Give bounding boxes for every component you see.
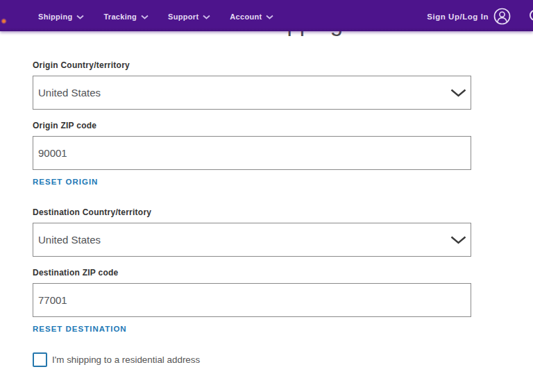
destination-zip-label: Destination ZIP code: [33, 268, 471, 278]
chevron-down-icon: [266, 15, 273, 19]
origin-section: Origin Country/territory United States O…: [33, 60, 471, 187]
residential-address-row: I'm shipping to a residential address: [33, 352, 471, 367]
nav-item-shipping[interactable]: Shipping: [38, 11, 84, 21]
origin-country-select[interactable]: United States: [33, 76, 471, 110]
nav-item-label: Support: [168, 12, 198, 21]
origin-country-field: United States: [33, 76, 471, 110]
nav-item-account[interactable]: Account: [230, 11, 273, 21]
origin-zip-label: Origin ZIP code: [33, 121, 471, 130]
sign-up-log-in-link[interactable]: Sign Up/Log In: [427, 12, 489, 21]
reset-destination-link[interactable]: RESET DESTINATION: [33, 324, 127, 334]
top-navigation-bar: Shipping Tracking Support Account Sign U…: [0, 0, 533, 31]
destination-zip-field: [33, 283, 471, 317]
nav-item-label: Tracking: [103, 12, 137, 21]
residential-checkbox-label: I'm shipping to a residential address: [52, 352, 200, 367]
main-menu: Shipping Tracking Support Account: [38, 0, 273, 31]
origin-zip-field: [33, 136, 471, 170]
nav-item-tracking[interactable]: Tracking: [103, 11, 149, 21]
nav-right-group: Sign Up/Log In: [427, 0, 533, 31]
rate-form: Origin Country/territory United States O…: [33, 60, 471, 367]
chevron-down-icon: [141, 15, 149, 19]
reset-origin-link[interactable]: RESET ORIGIN: [33, 177, 98, 187]
nav-item-label: Account: [230, 12, 262, 21]
destination-section: Destination Country/territory United Sta…: [33, 207, 471, 334]
destination-country-label: Destination Country/territory: [33, 207, 471, 217]
nav-item-label: Shipping: [38, 12, 72, 21]
origin-zip-input[interactable]: [33, 136, 471, 170]
chevron-down-icon: [203, 15, 210, 19]
nav-item-support[interactable]: Support: [168, 11, 210, 21]
destination-country-select[interactable]: United States: [33, 223, 471, 257]
destination-zip-input[interactable]: [33, 283, 471, 317]
chevron-down-icon: [76, 15, 84, 19]
residential-checkbox[interactable]: [33, 352, 47, 367]
user-account-icon[interactable]: [493, 8, 511, 25]
origin-country-label: Origin Country/territory: [33, 60, 471, 70]
destination-country-field: United States: [33, 223, 471, 257]
logo-fragment-icon: [1, 18, 7, 24]
